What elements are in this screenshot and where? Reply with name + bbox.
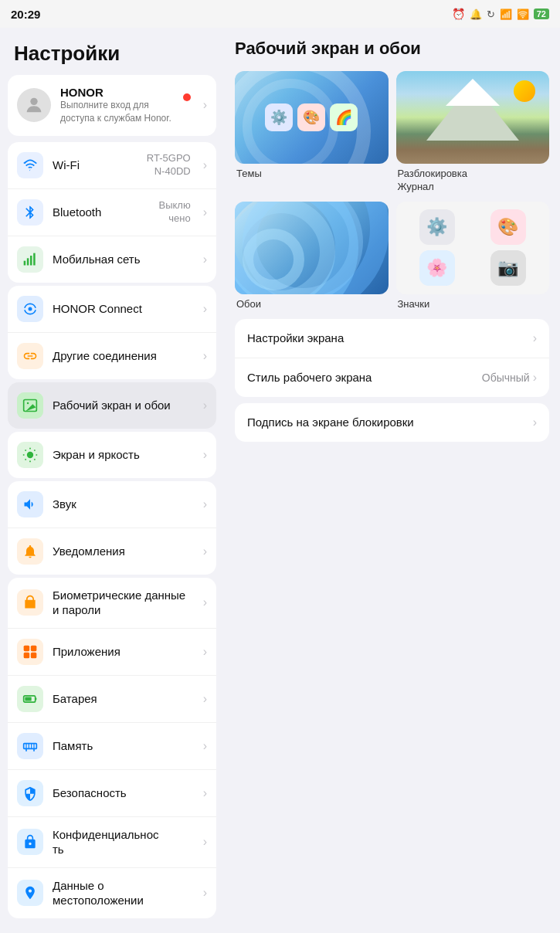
wallpaper-grid: Обои ⚙️ 🎨 🌸 📷 Значки: [235, 202, 549, 311]
battery-settings-icon: [17, 686, 43, 712]
battery-icon: 72: [534, 8, 549, 19]
bluetooth-icon: [17, 199, 43, 226]
cellular-icon: [17, 246, 43, 273]
wallpaper-card[interactable]: Обои: [235, 202, 389, 311]
apps-chevron: ›: [203, 645, 207, 659]
sidebar-item-battery[interactable]: Батарея ›: [8, 676, 216, 723]
bell-icon: 🔔: [470, 8, 482, 20]
sidebar-item-other-connections[interactable]: Другие соединения ›: [8, 333, 216, 379]
biometric-icon: [17, 589, 43, 616]
security-label: Безопасность: [53, 785, 191, 801]
sidebar-item-security[interactable]: Безопасность ›: [8, 770, 216, 817]
security-group: Биометрические данные и пароли › Приложе…: [8, 578, 216, 918]
user-icon: [23, 94, 45, 116]
sidebar-item-privacy[interactable]: Конфиденциальность ›: [8, 817, 216, 868]
svg-point-5: [29, 307, 32, 310]
sidebar-item-mobile-network[interactable]: Мобильная сеть ›: [8, 236, 216, 283]
sidebar-item-memory[interactable]: Память ›: [8, 723, 216, 770]
sidebar-item-biometrics[interactable]: Биометрические данные и пароли ›: [8, 578, 216, 629]
screen-label: Экран и яркость: [53, 447, 191, 463]
wallpaper-card-label: Обои: [235, 298, 389, 311]
location-chevron: ›: [203, 886, 207, 900]
bluetooth-chevron: ›: [203, 205, 207, 219]
honor-group: HONOR Connect › Другие соединения ›: [8, 286, 216, 379]
svg-point-8: [27, 451, 33, 457]
sidebar: Настройки HONOR Выполните вход для досту…: [0, 28, 224, 933]
sidebar-item-screen[interactable]: Экран и яркость ›: [8, 432, 216, 478]
biometrics-chevron: ›: [203, 595, 207, 609]
wallpaper-group: Рабочий экран и обои ›: [8, 382, 216, 429]
unlock-card[interactable]: РазблокировкаЖурнал: [396, 71, 550, 194]
svg-rect-22: [36, 697, 37, 700]
memory-icon: [17, 733, 43, 759]
privacy-icon: [17, 829, 43, 855]
status-time: 20:29: [11, 8, 40, 21]
sidebar-item-location[interactable]: Данные о местоположении ›: [8, 868, 216, 918]
svg-rect-2: [27, 258, 29, 265]
sidebar-item-apps[interactable]: Приложения ›: [8, 629, 216, 676]
menu-item-home-style[interactable]: Стиль рабочего экрана Обычный ›: [235, 358, 549, 397]
svg-point-7: [27, 402, 29, 404]
account-description: Выполните вход для доступа к службам Hon…: [60, 99, 174, 125]
svg-rect-19: [24, 652, 30, 658]
wallpaper-chevron: ›: [203, 399, 207, 412]
connectivity-group: Wi-Fi RT-5GPON-40DD › Bluetooth Выключен…: [8, 142, 216, 283]
panel-title: Рабочий экран и обои: [235, 39, 549, 59]
gallery-app-icon: 🌈: [330, 103, 358, 131]
notification-icon: [17, 538, 43, 565]
sidebar-item-wallpaper[interactable]: Рабочий экран и обои ›: [8, 382, 216, 429]
icons-image: ⚙️ 🎨 🌸 📷: [396, 202, 550, 294]
location-icon: [17, 880, 43, 906]
biometrics-label: Биометрические данные и пароли: [53, 588, 191, 618]
apps-label: Приложения: [53, 644, 191, 660]
icons-label: Значки: [396, 298, 550, 311]
svg-rect-20: [31, 652, 37, 658]
status-bar: 20:29 ⏰ 🔔 ↻ 📶 🛜 72: [0, 0, 560, 28]
right-panel: Рабочий экран и обои ⚙️ 🎨 🌈 Темы: [224, 28, 560, 933]
wallpaper-icon: [17, 392, 43, 419]
sidebar-item-sound[interactable]: Звук ›: [8, 481, 216, 528]
wallpaper-label: Рабочий экран и обои: [53, 398, 191, 413]
honor-connect-label: HONOR Connect: [53, 301, 191, 317]
signal-icon: 📶: [500, 8, 512, 20]
account-info: HONOR Выполните вход для доступа к служб…: [60, 86, 174, 125]
security-chevron: ›: [203, 786, 207, 800]
sidebar-item-honor-connect[interactable]: HONOR Connect ›: [8, 286, 216, 333]
home-style-value: Обычный: [482, 372, 530, 384]
sound-label: Звук: [53, 497, 191, 512]
lockscreen-label: Подпись на экране блокировки: [247, 416, 533, 429]
sidebar-title: Настройки: [0, 28, 224, 75]
svg-rect-18: [31, 645, 37, 651]
memory-chevron: ›: [203, 739, 207, 753]
sidebar-item-bluetooth[interactable]: Bluetooth Выключено ›: [8, 189, 216, 236]
status-icons: ⏰ 🔔 ↻ 📶 🛜 72: [452, 8, 549, 20]
link-icon: [17, 343, 43, 369]
themes-image: ⚙️ 🎨 🌈: [235, 71, 389, 164]
themes-label: Темы: [235, 168, 389, 181]
menu-item-lockscreen-signature[interactable]: Подпись на экране блокировки ›: [235, 403, 549, 442]
color-icon-cell: 🎨: [490, 209, 526, 245]
sync-icon: ↻: [487, 8, 495, 20]
icons-card[interactable]: ⚙️ 🎨 🌸 📷 Значки: [396, 202, 550, 311]
location-label: Данные о местоположении: [53, 878, 191, 908]
honor-connect-icon: [17, 296, 43, 322]
account-card[interactable]: HONOR Выполните вход для доступа к служб…: [8, 75, 216, 136]
svg-rect-3: [30, 256, 32, 266]
security-icon: [17, 780, 43, 806]
themes-icons: ⚙️ 🎨 🌈: [265, 103, 358, 131]
svg-line-16: [34, 450, 35, 450]
svg-point-0: [30, 98, 37, 105]
main-layout: Настройки HONOR Выполните вход для досту…: [0, 28, 560, 933]
menu-item-screen-settings[interactable]: Настройки экрана ›: [235, 319, 549, 358]
themes-card[interactable]: ⚙️ 🎨 🌈 Темы: [235, 71, 389, 194]
battery-chevron: ›: [203, 692, 207, 706]
wifi-icon: 🛜: [517, 8, 529, 20]
sound-chevron: ›: [203, 497, 207, 511]
sidebar-item-notifications[interactable]: Уведомления ›: [8, 528, 216, 575]
avatar: [17, 88, 51, 122]
screen-chevron: ›: [203, 448, 207, 462]
sidebar-item-wifi[interactable]: Wi-Fi RT-5GPON-40DD ›: [8, 142, 216, 189]
menu-section: Настройки экрана › Стиль рабочего экрана…: [235, 319, 549, 397]
other-connections-label: Другие соединения: [53, 348, 191, 364]
notifications-chevron: ›: [203, 545, 207, 558]
